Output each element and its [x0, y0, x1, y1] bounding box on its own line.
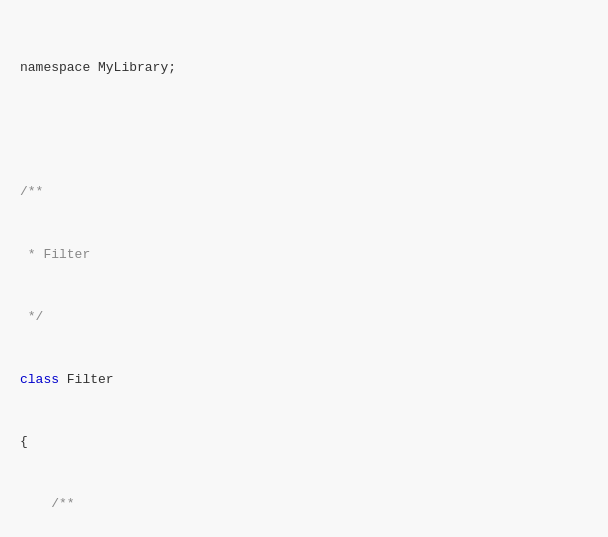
code-line-2	[20, 120, 588, 141]
comment-token: */	[20, 309, 43, 324]
code-token: {	[20, 434, 28, 449]
code-line-8: /**	[20, 494, 588, 515]
code-editor: namespace MyLibrary; /** * Filter */ cla…	[0, 0, 608, 537]
comment-token: /**	[20, 184, 43, 199]
code-token: Filter	[59, 372, 114, 387]
comment-token: * Filter	[20, 247, 90, 262]
comment-token: /**	[20, 496, 75, 511]
code-line-6: class Filter	[20, 370, 588, 391]
code-line-4: * Filter	[20, 245, 588, 266]
code-line-1: namespace MyLibrary;	[20, 58, 588, 79]
code-token: namespace MyLibrary;	[20, 60, 176, 75]
keyword-token: class	[20, 372, 59, 387]
code-line-5: */	[20, 307, 588, 328]
code-line-7: {	[20, 432, 588, 453]
code-line-3: /**	[20, 182, 588, 203]
